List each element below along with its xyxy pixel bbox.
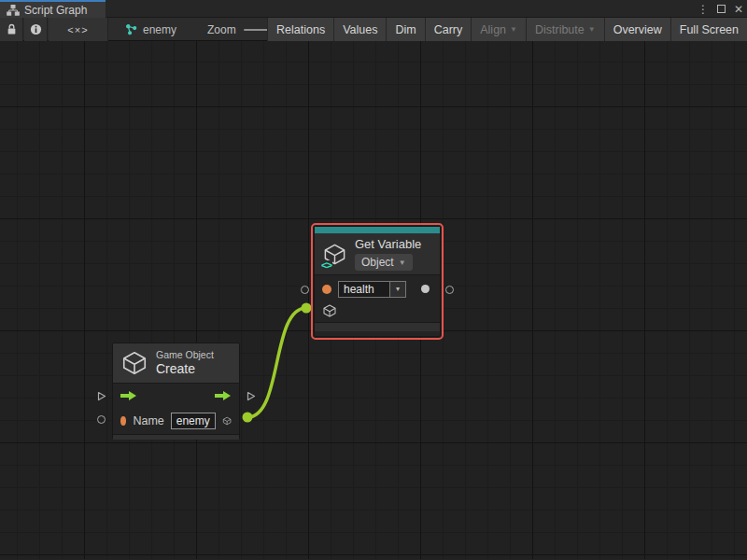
variable-name-field-group: ▾ [338,281,406,298]
variable-scope-dropdown[interactable]: Object ▼ [355,254,413,271]
variable-accent-strip [315,227,440,233]
breadcrumb-graph-name: enemy [143,23,176,36]
cube-icon [120,349,148,377]
graph-node-icon [125,23,137,35]
get-variable-header: <> Get Variable Object ▼ [315,233,440,274]
get-variable-node[interactable]: <> Get Variable Object ▼ ▾ [314,226,441,337]
value-output-port[interactable] [421,285,430,293]
create-game-object-node[interactable]: Game Object Create Name [112,343,240,440]
menu-icon[interactable]: ⋮ [698,4,709,15]
graph-canvas[interactable]: Game Object Create Name [0,41,747,559]
tab-title: Script Graph [24,4,87,17]
variable-name-row: ▾ [315,275,440,300]
node-category: Game Object [156,349,214,361]
fullscreen-button[interactable]: Full Screen [670,18,747,41]
wire-end-port[interactable] [302,303,312,314]
code-toggle-button[interactable]: <×> [49,18,108,41]
control-flow-row [113,384,239,408]
variable-name-input-port[interactable] [301,286,309,294]
chevron-down-icon: ▼ [588,25,596,34]
close-icon[interactable]: ✕ [734,4,743,15]
control-input-port[interactable] [95,390,107,402]
carry-button[interactable]: Carry [425,18,472,41]
lock-button[interactable] [0,18,23,41]
variable-name-dropdown[interactable]: ▾ [390,281,406,298]
values-button[interactable]: Values [333,18,386,41]
flow-output-arrow-icon[interactable] [215,390,232,401]
graph-hierarchy-icon [7,5,20,16]
tab-script-graph[interactable]: Script Graph [0,0,106,18]
node-footer [315,322,440,331]
info-icon [30,23,42,35]
name-value-port[interactable] [120,416,126,426]
chevron-down-icon: ▼ [399,259,406,267]
maximize-icon[interactable] [717,5,726,13]
node-title: Create [156,361,214,377]
code-icon: <×> [67,24,88,35]
dim-button[interactable]: Dim [386,18,424,41]
distribute-button: Distribute ▼ [526,18,604,41]
name-input[interactable] [171,413,216,429]
chevron-down-icon: ▾ [396,285,400,293]
breadcrumb[interactable]: enemy [125,18,176,41]
graph-toolbar: <×> enemy Zoom 1x Relations V [0,18,747,41]
name-input-port[interactable] [97,415,106,424]
gameobject-input-port-icon[interactable] [322,303,337,318]
tab-bar: Script Graph ⋮ ✕ [0,0,747,18]
object-port-row [315,300,440,322]
chevron-down-icon: ▼ [510,25,517,34]
name-port-label: Name [133,414,163,427]
value-output-port-outer[interactable] [445,286,454,294]
variable-code-icon: <> [320,260,332,271]
node-footer [113,434,239,440]
toolbar-buttons: Relations Values Dim Carry Align ▼ Distr… [267,18,747,41]
script-graph-window: Script Graph ⋮ ✕ <×> [0,0,747,560]
lock-icon [7,23,17,35]
flow-input-arrow-icon[interactable] [120,390,137,401]
overview-button[interactable]: Overview [604,18,670,41]
variable-name-value-port[interactable] [322,285,331,294]
info-button[interactable] [24,18,48,41]
control-output-port[interactable] [245,390,257,402]
variable-name-input[interactable] [338,281,390,298]
gameobject-output-port-icon[interactable] [222,413,232,428]
window-controls: ⋮ ✕ [698,0,743,18]
relations-button[interactable]: Relations [267,18,333,41]
node-title: Get Variable [355,237,421,251]
zoom-label: Zoom [207,23,236,36]
align-button: Align ▼ [471,18,526,41]
create-node-header: Game Object Create [113,343,239,383]
variable-cube-icon-wrap: <> [322,242,347,267]
name-input-row: Name [113,408,239,434]
wire-start-port[interactable] [243,413,253,423]
